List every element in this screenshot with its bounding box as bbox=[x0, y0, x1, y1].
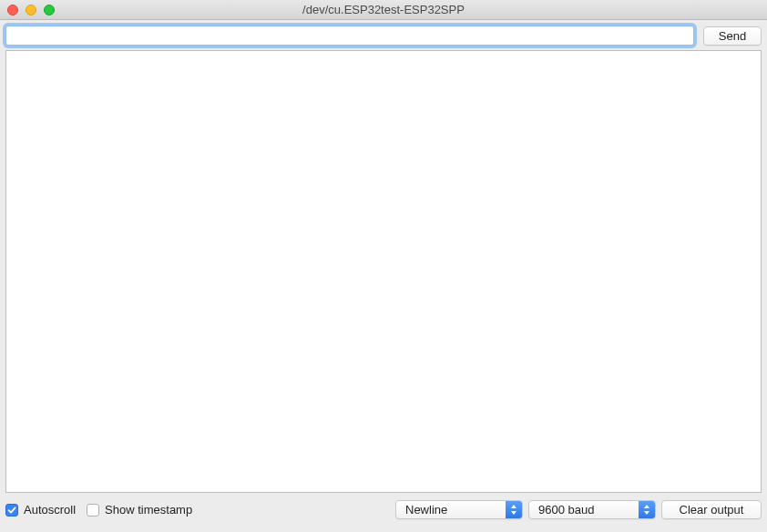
window-controls bbox=[0, 5, 55, 15]
titlebar: /dev/cu.ESP32test-ESP32SPP bbox=[0, 0, 767, 20]
minimize-window-button[interactable] bbox=[26, 5, 36, 15]
select-stepper-icon bbox=[639, 501, 655, 518]
baud-rate-value: 9600 baud bbox=[529, 503, 639, 517]
timestamp-option: Show timestamp bbox=[87, 503, 192, 517]
autoscroll-option: Autoscroll bbox=[5, 503, 76, 517]
autoscroll-label: Autoscroll bbox=[24, 503, 76, 517]
send-button[interactable]: Send bbox=[703, 26, 762, 46]
timestamp-label: Show timestamp bbox=[105, 503, 192, 517]
timestamp-checkbox[interactable] bbox=[87, 504, 99, 517]
close-window-button[interactable] bbox=[7, 5, 18, 15]
serial-input[interactable] bbox=[5, 26, 694, 46]
clear-output-button[interactable]: Clear output bbox=[661, 500, 762, 519]
serial-output[interactable] bbox=[5, 50, 762, 493]
footer-row: Autoscroll Show timestamp Newline 9600 b… bbox=[0, 493, 767, 525]
input-row: Send bbox=[0, 20, 767, 50]
autoscroll-checkbox[interactable] bbox=[5, 504, 18, 517]
select-stepper-icon bbox=[506, 501, 522, 518]
zoom-window-button[interactable] bbox=[44, 5, 55, 15]
line-ending-value: Newline bbox=[396, 503, 506, 517]
baud-rate-select[interactable]: 9600 baud bbox=[528, 500, 656, 519]
window-title: /dev/cu.ESP32test-ESP32SPP bbox=[0, 3, 767, 16]
checkmark-icon bbox=[7, 506, 16, 515]
line-ending-select[interactable]: Newline bbox=[395, 500, 523, 519]
